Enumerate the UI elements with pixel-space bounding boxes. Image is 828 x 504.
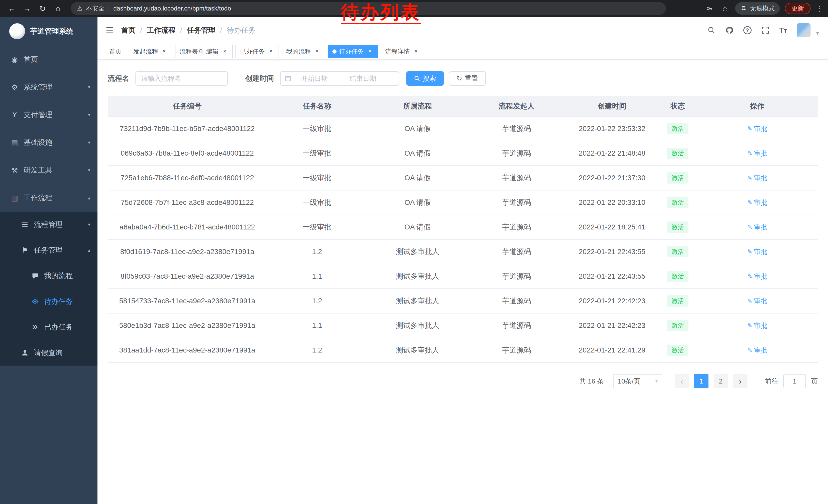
task-time-cell: 2022-01-21 22:43:55 [565,264,659,289]
chevron-down-icon[interactable]: ▼ [815,31,820,37]
approve-label: 审批 [754,346,767,355]
security-label[interactable]: 不安全 [86,4,105,12]
tab-done-tasks[interactable]: 已办任务 × [236,45,279,58]
approve-link[interactable]: ✎ 审批 [747,174,767,183]
tab-process-form-edit[interactable]: 流程表单-编辑 × [175,45,233,58]
search-icon[interactable] [707,26,716,34]
sidebar-item-label: 任务管理 [34,245,63,255]
sidebar-item-system[interactable]: ⚙ 系统管理 ▾ [0,73,97,101]
approve-link[interactable]: ✎ 审批 [747,223,767,232]
edit-icon: ✎ [747,125,752,132]
infrastructure-icon: ▤ [10,138,19,147]
page-button-1[interactable]: 1 [694,374,708,388]
logo-avatar [9,23,25,39]
sidebar-item-infrastructure[interactable]: ▤ 基础设施 ▾ [0,129,97,156]
approve-label: 审批 [754,174,767,183]
next-page-button[interactable]: › [733,374,747,388]
task-action-cell: ✎ 审批 [697,264,818,289]
sidebar-item-payment[interactable]: ¥ 支付管理 ▾ [0,101,97,129]
tab-process-detail[interactable]: 流程详情 × [381,45,424,58]
task-name-cell: 一级审批 [267,117,367,141]
date-range-picker[interactable]: - [280,71,399,86]
sidebar-item-done-tasks[interactable]: 已办任务 [0,314,97,340]
incognito-label: 无痕模式 [750,4,775,12]
reload-icon[interactable]: ↻ [36,2,49,15]
url-text[interactable]: dashboard.yudao.iocoder.cn/bpm/task/todo [113,5,231,12]
hamburger-icon[interactable]: ☰ [106,25,113,35]
breadcrumb-task-management[interactable]: 任务管理 [187,26,215,35]
bookmark-star-icon[interactable]: ☆ [720,4,730,13]
process-name-input[interactable] [135,71,228,86]
approve-link[interactable]: ✎ 审批 [747,198,767,207]
close-icon[interactable]: × [161,48,168,55]
app-logo[interactable]: 芋道管理系统 [0,17,97,46]
end-date-input[interactable] [341,75,385,83]
start-date-input[interactable] [292,75,336,83]
task-time-cell: 2022-01-22 21:37:30 [565,166,659,190]
search-button-label: 搜索 [423,74,436,83]
page-button-2[interactable]: 2 [714,374,728,388]
col-header-process: 所属流程 [367,96,468,117]
sidebar-item-my-process[interactable]: 我的流程 [0,263,97,289]
back-icon[interactable]: ← [5,2,18,15]
update-button[interactable]: 更新 [785,3,811,14]
approve-link[interactable]: ✎ 审批 [747,272,767,281]
briefcase-icon: ▥ [10,194,19,202]
task-action-cell: ✎ 审批 [697,166,818,190]
sidebar-item-devtools[interactable]: ⚒ 研发工具 ▾ [0,156,97,184]
table-row: 069c6a63-7b8a-11ec-8ef0-acde48001122 一级审… [108,141,818,166]
approve-label: 审批 [754,296,767,306]
tab-home[interactable]: 首页 [105,45,126,58]
breadcrumb-workflow[interactable]: 工作流程 [147,26,175,35]
edit-icon: ✎ [747,347,752,354]
tab-todo-tasks[interactable]: 待办任务 × [328,45,378,58]
close-icon[interactable]: × [412,48,420,55]
approve-link[interactable]: ✎ 审批 [747,346,767,355]
approve-link[interactable]: ✎ 审批 [747,149,767,158]
task-name-cell: 1.1 [267,264,367,289]
search-button[interactable]: 搜索 [406,71,444,86]
close-icon[interactable]: × [314,48,321,55]
close-icon[interactable]: × [366,48,373,55]
github-icon[interactable] [726,26,734,34]
close-icon[interactable]: × [267,48,275,55]
reset-button[interactable]: ↻ 重置 [449,71,486,86]
approve-link[interactable]: ✎ 审批 [747,247,767,256]
task-status-cell: 激活 [659,239,697,264]
help-icon[interactable]: ? [743,26,752,34]
task-id-cell: 75d72608-7b7f-11ec-a3c8-acde48001122 [108,190,267,215]
page-size-select[interactable]: 10条/页 ▾ [613,374,662,388]
sidebar-item-todo-tasks[interactable]: 待办任务 [0,289,97,314]
font-size-icon[interactable]: TT [779,27,787,34]
sidebar-item-task-management[interactable]: ⚑ 任务管理 ▴ [0,237,97,263]
task-time-cell: 2022-01-22 18:25:41 [565,215,659,239]
address-bar[interactable]: ⚠ 不安全 | dashboard.yudao.iocoder.cn/bpm/t… [71,2,666,15]
chevron-up-icon: ▴ [88,247,90,253]
top-navbar: ☰ 首页 / 工作流程 / 任务管理 / 待办任务 [97,17,828,44]
task-status-cell: 激活 [659,190,697,215]
col-header-task-name: 任务名称 [267,96,367,117]
sidebar-item-leave-query[interactable]: 请假查询 [0,340,97,366]
tab-my-process[interactable]: 我的流程 × [282,45,325,58]
warning-icon: ⚠ [77,5,83,12]
avatar[interactable] [797,23,811,37]
tab-start-process[interactable]: 发起流程 × [129,45,172,58]
goto-page-input[interactable] [783,374,806,388]
sidebar-item-home[interactable]: ◉ 首页 [0,46,97,73]
prev-page-button[interactable]: ‹ [675,374,689,388]
browser-menu-icon[interactable]: ⋮ [816,4,823,13]
sidebar-item-workflow[interactable]: ▥ 工作流程 ▴ [0,184,97,212]
table-row: 381aa1dd-7ac8-11ec-a9e2-a2380e71991a 1.2… [108,338,818,363]
forward-icon[interactable]: → [20,2,34,15]
approve-link[interactable]: ✎ 审批 [747,296,767,306]
status-badge: 激活 [667,246,689,257]
approve-link[interactable]: ✎ 审批 [747,124,767,133]
close-icon[interactable]: × [221,48,228,55]
fullscreen-icon[interactable] [761,26,770,34]
breadcrumb-home[interactable]: 首页 [121,26,135,35]
approve-link[interactable]: ✎ 审批 [747,321,767,330]
key-icon[interactable] [704,5,715,12]
sidebar-item-process-management[interactable]: ☰ 流程管理 ▾ [0,212,97,237]
status-badge: 激活 [667,123,689,134]
home-icon[interactable]: ⌂ [51,2,65,15]
